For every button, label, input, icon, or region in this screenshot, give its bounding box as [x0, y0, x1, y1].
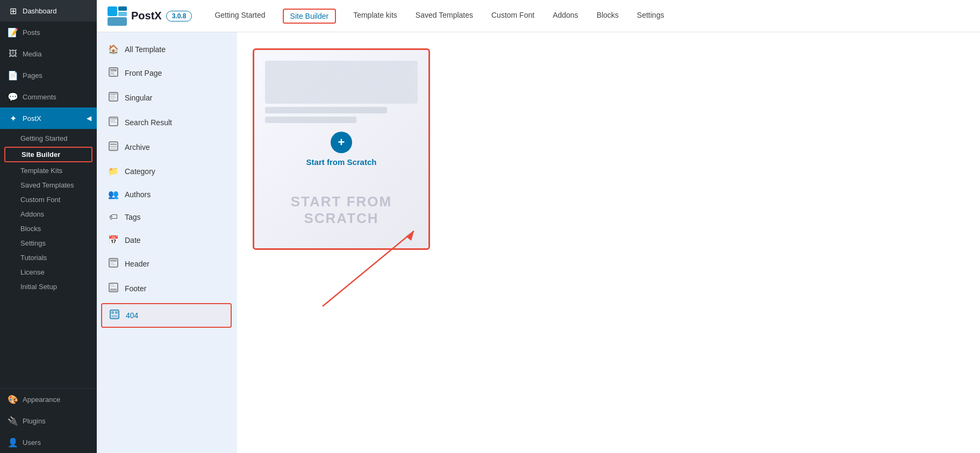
sidebar-item-media[interactable]: 🖼 Media: [0, 43, 97, 64]
nav-blocks[interactable]: Blocks: [596, 1, 620, 31]
submenu-custom-font[interactable]: Custom Font: [0, 192, 97, 207]
footer-icon: [108, 283, 119, 294]
sidebar-item-plugins[interactable]: 🔌 Plugins: [0, 410, 97, 432]
plugins-icon: 🔌: [8, 415, 18, 426]
svg-rect-5: [110, 69, 117, 71]
sidebar-item-pages[interactable]: 📄 Pages: [0, 64, 97, 86]
404-icon: [109, 310, 120, 321]
scratch-card-overlay: + Start from Scratch: [254, 50, 428, 248]
nav-custom-font[interactable]: Custom Font: [490, 1, 535, 31]
sidebar-item-label: Plugins: [23, 417, 46, 425]
date-icon: 📅: [108, 235, 119, 245]
svg-rect-1: [118, 6, 127, 11]
svg-rect-3: [108, 17, 127, 26]
version-badge: 3.0.8: [166, 11, 192, 21]
template-item-front-page[interactable]: Front Page: [97, 61, 236, 85]
nav-addons[interactable]: Addons: [552, 1, 579, 31]
svg-rect-31: [115, 311, 118, 314]
top-nav: PostX 3.0.8 Getting Started Site Builder…: [97, 0, 980, 32]
nav-settings[interactable]: Settings: [636, 1, 666, 31]
postx-submenu: Getting Started Site Builder Template Ki…: [0, 129, 97, 296]
dashboard-icon: ⊞: [8, 5, 18, 16]
svg-rect-24: [110, 264, 116, 265]
svg-rect-18: [110, 143, 117, 145]
template-item-404[interactable]: 404: [101, 303, 232, 328]
template-item-search-result[interactable]: Search Result: [97, 110, 236, 135]
nav-site-builder[interactable]: Site Builder: [283, 9, 337, 24]
submenu-blocks[interactable]: Blocks: [0, 221, 97, 236]
template-item-authors[interactable]: 👥 Authors: [97, 183, 236, 206]
svg-rect-6: [110, 73, 114, 74]
content-area: 🏠 All Template Front Page: [97, 32, 980, 453]
postx-logo: [108, 6, 127, 26]
sidebar-item-label: Dashboard: [23, 7, 57, 15]
sidebar-item-postx[interactable]: ✦ PostX ◀: [0, 107, 97, 129]
submenu-tutorials[interactable]: Tutorials: [0, 250, 97, 265]
brand-name: PostX: [131, 10, 162, 22]
category-icon: 📁: [108, 166, 119, 176]
authors-icon: 👥: [108, 189, 119, 199]
template-item-all[interactable]: 🏠 All Template: [97, 38, 236, 61]
front-page-icon: [108, 67, 119, 79]
template-item-category[interactable]: 📁 Category: [97, 160, 236, 183]
collapse-icon: ◀: [87, 114, 91, 122]
svg-rect-30: [111, 311, 114, 314]
scratch-card[interactable]: START FROMSCRATCH + Start from Scratch: [253, 48, 430, 250]
svg-rect-28: [110, 289, 117, 291]
submenu-settings[interactable]: Settings: [0, 236, 97, 250]
svg-rect-23: [110, 263, 114, 264]
sidebar-item-users[interactable]: 👤 Users: [0, 432, 97, 453]
template-item-singular[interactable]: Singular: [97, 85, 236, 110]
sidebar-item-label: Comments: [23, 93, 56, 101]
home-icon: 🏠: [108, 44, 119, 54]
svg-rect-12: [110, 99, 115, 100]
sidebar-item-label: Pages: [23, 71, 42, 80]
search-result-icon: [108, 117, 119, 128]
submenu-saved-templates[interactable]: Saved Templates: [0, 178, 97, 192]
submenu-site-builder[interactable]: Site Builder: [4, 147, 92, 162]
svg-rect-2: [118, 12, 127, 16]
header-icon: [108, 258, 119, 270]
svg-rect-27: [110, 286, 116, 287]
sidebar-item-label: PostX: [23, 114, 41, 123]
sidebar-item-comments[interactable]: 💬 Comments: [0, 86, 97, 107]
svg-rect-14: [110, 118, 117, 119]
nav-getting-started[interactable]: Getting Started: [213, 1, 266, 31]
comments-icon: 💬: [8, 91, 18, 102]
sidebar-item-dashboard[interactable]: ⊞ Dashboard: [0, 0, 97, 21]
sidebar-item-appearance[interactable]: 🎨 Appearance: [0, 388, 97, 410]
media-icon: 🖼: [8, 48, 18, 59]
users-icon: 👤: [8, 437, 18, 448]
svg-rect-19: [110, 146, 117, 147]
svg-rect-0: [108, 6, 117, 16]
svg-rect-22: [110, 260, 117, 262]
template-sidebar: 🏠 All Template Front Page: [97, 32, 237, 453]
template-item-date[interactable]: 📅 Date: [97, 228, 236, 251]
nav-saved-templates[interactable]: Saved Templates: [414, 1, 474, 31]
submenu-getting-started[interactable]: Getting Started: [0, 131, 97, 146]
sidebar-item-label: Media: [23, 50, 41, 58]
nav-template-kits[interactable]: Template kits: [352, 1, 398, 31]
submenu-template-kits[interactable]: Template Kits: [0, 163, 97, 178]
svg-rect-16: [110, 122, 117, 123]
svg-rect-26: [110, 284, 114, 285]
template-item-archive[interactable]: Archive: [97, 135, 236, 160]
pages-icon: 📄: [8, 70, 18, 81]
submenu-addons[interactable]: Addons: [0, 207, 97, 221]
sidebar-item-posts[interactable]: 📝 Posts: [0, 21, 97, 43]
template-main: START FROMSCRATCH + Start from Scratch: [237, 32, 980, 453]
singular-icon: [108, 92, 119, 104]
sidebar-item-label: Users: [23, 438, 41, 447]
admin-sidebar: ⊞ Dashboard 📝 Posts 🖼 Media 📄 Pages 💬 Co…: [0, 0, 97, 453]
template-item-header[interactable]: Header: [97, 251, 236, 276]
tags-icon: 🏷: [108, 212, 119, 222]
scratch-label: Start from Scratch: [306, 157, 377, 167]
template-item-tags[interactable]: 🏷 Tags: [97, 206, 236, 228]
sidebar-item-label: Posts: [23, 28, 40, 37]
submenu-license[interactable]: License: [0, 265, 97, 279]
sidebar-item-label: Appearance: [23, 396, 60, 404]
template-item-footer[interactable]: Footer: [97, 276, 236, 301]
posts-icon: 📝: [8, 27, 18, 38]
submenu-initial-setup[interactable]: Initial Setup: [0, 279, 97, 294]
brand: PostX 3.0.8: [108, 6, 192, 26]
